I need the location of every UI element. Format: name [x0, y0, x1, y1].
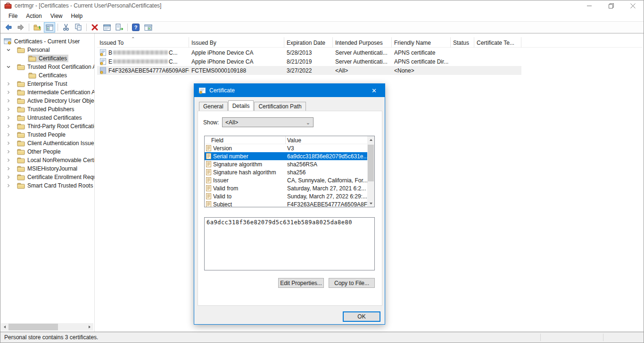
chevron-down-icon[interactable] [6, 48, 11, 52]
properties-button[interactable] [101, 22, 113, 33]
chevron-right-icon[interactable] [6, 149, 11, 154]
scroll-down-icon[interactable] [367, 200, 374, 207]
menu-item-file[interactable]: File [4, 11, 22, 21]
tree-item-active-directory-user-object[interactable]: Active Directory User Object [0, 97, 94, 105]
tree-item-personal[interactable]: Personal [0, 46, 94, 54]
tree-item-trusted-people[interactable]: Trusted People [0, 131, 94, 139]
chevron-right-icon[interactable] [6, 107, 11, 112]
column-header-issued-to[interactable]: Issued To⌃ [97, 37, 189, 48]
restore-button[interactable] [600, 0, 622, 11]
minimize-button[interactable] [578, 0, 600, 11]
tree-item-third-party-root-certification-authorities[interactable]: Third-Party Root Certification Authoriti… [0, 122, 94, 131]
tree-item-label: Third-Party Root Certification Authoriti… [27, 123, 95, 130]
tree-item-enterprise-trust[interactable]: Enterprise Trust [0, 80, 94, 88]
tree-item-intermediate-certification-authorities[interactable]: Intermediate Certification Authorities [0, 88, 94, 97]
field-column-header[interactable]: Field [211, 137, 223, 144]
show-dropdown[interactable]: <All> ⌄ [222, 117, 314, 127]
tree-item-msiehistoryjournal[interactable]: MSIEHistoryJournal [0, 164, 94, 173]
tree-item-label: Client Authentication Issuers [27, 140, 95, 147]
certificate-row[interactable]: F4F3263AEBE54777A6509A8FCC...FCTEMS00001… [97, 66, 521, 75]
field-value: sha256RSA [287, 161, 317, 168]
field-detail-text[interactable]: 6a9dcc318f36e82079d5c631eb589a8025da8e80 [204, 217, 375, 270]
help-button[interactable]: ? [130, 22, 141, 33]
copy-to-file-button[interactable]: Copy to File... [329, 278, 375, 288]
tab-details[interactable]: Details [228, 100, 254, 111]
show-console-tree-button[interactable] [44, 22, 55, 33]
chevron-right-icon[interactable] [6, 158, 11, 163]
chevron-right-icon[interactable] [6, 90, 11, 95]
scroll-up-icon[interactable] [367, 136, 374, 143]
field-row-signature-algorithm[interactable]: Signature algorithmsha256RSA [205, 160, 367, 168]
tree-item-trusted-publishers[interactable]: Trusted Publishers [0, 105, 94, 114]
folder-icon [17, 114, 25, 121]
menu-item-view[interactable]: View [46, 11, 67, 21]
tree-item-smart-card-trusted-roots[interactable]: Smart Card Trusted Roots [0, 181, 94, 190]
tree-item-certificate-enrollment-requests[interactable]: Certificate Enrollment Requests [0, 173, 94, 181]
certificate-row[interactable]: BC...Apple iPhone Device CA5/28/2013Serv… [97, 48, 521, 57]
value-column-header[interactable]: Value [287, 137, 301, 144]
issued-to-cell: F4F3263AEBE54777A6509A8FCC... [97, 66, 189, 75]
folder-icon [28, 72, 36, 79]
chevron-right-icon[interactable] [6, 82, 11, 86]
scroll-left-icon[interactable] [1, 323, 8, 331]
edit-properties-button[interactable]: Edit Properties... [278, 278, 324, 288]
field-name: Subject [213, 201, 232, 207]
field-row-signature-hash-algorithm[interactable]: Signature hash algorithmsha256 [205, 168, 367, 176]
column-header-intended-purposes[interactable]: Intended Purposes [333, 37, 392, 48]
back-button[interactable] [3, 22, 14, 33]
field-row-valid-from[interactable]: Valid fromSaturday, March 27, 2021 6:2..… [205, 184, 367, 192]
chevron-right-icon[interactable] [6, 175, 11, 180]
column-header-certificate-te-[interactable]: Certificate Te... [474, 37, 521, 48]
field-row-version[interactable]: VersionV3 [205, 144, 367, 152]
delete-button[interactable] [89, 22, 100, 33]
dialog-title-bar: Certificate ✕ [194, 84, 385, 97]
tree-item-local-nonremovable-certificates[interactable]: Local NonRemovable Certificates [0, 156, 94, 164]
tree-item-certificates[interactable]: Certificates [0, 71, 94, 80]
chevron-right-icon[interactable] [6, 124, 11, 129]
tab-certification-path[interactable]: Certification Path [254, 102, 305, 111]
list-header: Issued To⌃Issued ByExpiration DateIntend… [97, 37, 643, 48]
field-row-issuer[interactable]: IssuerCA, Sunnyvale, California, For... [205, 176, 367, 184]
column-header-friendly-name[interactable]: Friendly Name [392, 37, 451, 48]
scrollbar-thumb[interactable] [368, 145, 374, 181]
chevron-right-icon[interactable] [6, 183, 11, 188]
dialog-close-button[interactable]: ✕ [363, 84, 385, 97]
scrollbar-thumb[interactable] [8, 324, 58, 330]
field-row-serial-number[interactable]: Serial number6a9dcc318f36e82079d5c631e..… [205, 152, 367, 160]
chevron-right-icon[interactable] [6, 115, 11, 120]
export-list-button[interactable] [114, 22, 125, 33]
close-button[interactable] [622, 0, 644, 11]
tree-item-other-people[interactable]: Other People [0, 147, 94, 156]
chevron-right-icon[interactable] [6, 141, 11, 146]
certificate-row[interactable]: EC...Apple iPhone Device CA8/21/2019Serv… [97, 57, 521, 66]
chevron-right-icon[interactable] [6, 98, 11, 103]
column-header-issued-by[interactable]: Issued By [189, 37, 284, 48]
tree-item-certificates[interactable]: Certificates [0, 54, 94, 63]
chevron-right-icon[interactable] [6, 132, 11, 137]
forward-button[interactable] [15, 22, 26, 33]
tree-item-trusted-root-certification-authorities[interactable]: Trusted Root Certification Authorities [0, 63, 94, 71]
ok-button[interactable]: OK [343, 311, 380, 322]
column-header-status[interactable]: Status [451, 37, 474, 48]
copy-button[interactable] [73, 22, 84, 33]
chevron-right-icon[interactable] [6, 166, 11, 171]
export-list-icon [116, 24, 124, 31]
tab-general[interactable]: General [199, 102, 228, 111]
tree-horizontal-scrollbar[interactable] [1, 323, 93, 331]
scroll-right-icon[interactable] [86, 323, 93, 331]
up-folder-button[interactable] [32, 22, 43, 33]
tree-item-untrusted-certificates[interactable]: Untrusted Certificates [0, 114, 94, 122]
menu-item-help[interactable]: Help [67, 11, 87, 21]
cut-button[interactable] [60, 22, 72, 33]
column-header-expiration-date[interactable]: Expiration Date [284, 37, 333, 48]
expiration-cell: 3/27/2022 [287, 66, 331, 75]
field-row-valid-to[interactable]: Valid toSunday, March 27, 2022 6:29:... [205, 192, 367, 200]
field-list-scrollbar[interactable] [367, 136, 374, 207]
chevron-down-icon[interactable] [6, 65, 11, 69]
new-window-button[interactable] [142, 22, 154, 33]
folder-icon [17, 165, 25, 172]
menu-item-action[interactable]: Action [22, 11, 46, 21]
tree-item-certificates-current-user[interactable]: Certificates - Current User [0, 37, 94, 46]
tree-item-client-authentication-issuers[interactable]: Client Authentication Issuers [0, 139, 94, 147]
field-row-subject[interactable]: SubjectF4F3263AEBE54777A6509A8F [205, 200, 367, 207]
